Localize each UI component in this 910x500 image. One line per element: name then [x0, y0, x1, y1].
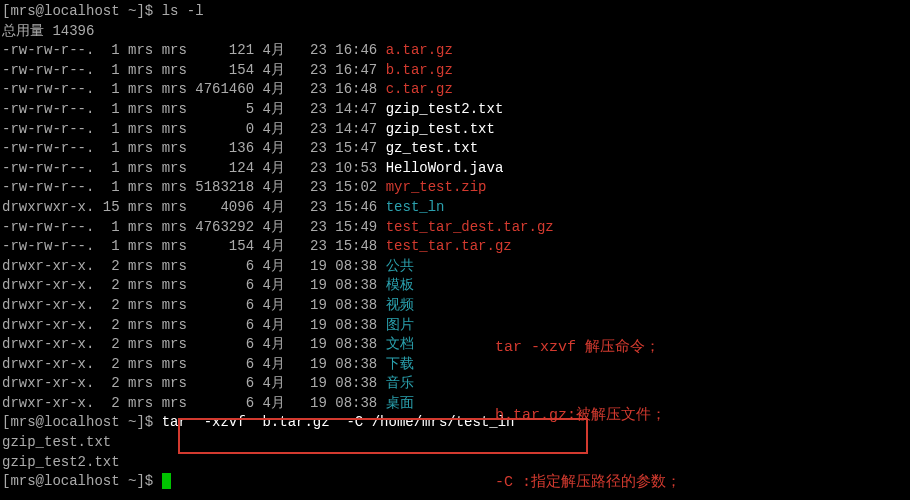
terminal-line: drwxr-xr-x. 2 mrs mrs 6 4月 19 08:38 文档: [2, 335, 908, 355]
file-meta: drwxr-xr-x. 2 mrs mrs 6 4月 19 08:38: [2, 258, 386, 274]
file-meta: -rw-rw-r--. 1 mrs mrs 4761460 4月 23 16:4…: [2, 81, 386, 97]
file-meta: -rw-rw-r--. 1 mrs mrs 154 4月 23 15:48: [2, 238, 386, 254]
file-name: test_ln: [386, 199, 445, 215]
file-meta: drwxr-xr-x. 2 mrs mrs 6 4月 19 08:38: [2, 356, 386, 372]
file-name: a.tar.gz: [386, 42, 453, 58]
annotation-line-1: tar -xzvf 解压命令；: [495, 337, 747, 360]
terminal-line: -rw-rw-r--. 1 mrs mrs 154 4月 23 16:47 b.…: [2, 61, 908, 81]
file-name: 音乐: [386, 375, 414, 391]
terminal-line: [mrs@localhost ~]$: [2, 472, 908, 492]
file-meta: -rw-rw-r--. 1 mrs mrs 154 4月 23 16:47: [2, 62, 386, 78]
file-name: 下载: [386, 356, 414, 372]
terminal-line: gzip_test.txt: [2, 433, 908, 453]
terminal-line: drwxr-xr-x. 2 mrs mrs 6 4月 19 08:38 视频: [2, 296, 908, 316]
file-meta: drwxr-xr-x. 2 mrs mrs 6 4月 19 08:38: [2, 395, 386, 411]
terminal-line: -rw-rw-r--. 1 mrs mrs 4761460 4月 23 16:4…: [2, 80, 908, 100]
tar-command[interactable]: tar -xzvf b.tar.gz -C /home/mrs/test_ln: [162, 414, 515, 430]
file-name: 图片: [386, 317, 414, 333]
terminal-line: drwxrwxr-x. 15 mrs mrs 4096 4月 23 15:46 …: [2, 198, 908, 218]
total-line: 总用量 14396: [2, 23, 94, 39]
file-name: HelloWord.java: [386, 160, 504, 176]
terminal-line: 总用量 14396: [2, 22, 908, 42]
terminal-line: -rw-rw-r--. 1 mrs mrs 5183218 4月 23 15:0…: [2, 178, 908, 198]
file-meta: drwxr-xr-x. 2 mrs mrs 6 4月 19 08:38: [2, 317, 386, 333]
file-meta: -rw-rw-r--. 1 mrs mrs 124 4月 23 10:53: [2, 160, 386, 176]
file-meta: drwxr-xr-x. 2 mrs mrs 6 4月 19 08:38: [2, 277, 386, 293]
file-name: gz_test.txt: [386, 140, 478, 156]
annotation-line-2: b.tar.gz:被解压文件；: [495, 405, 747, 428]
file-meta: -rw-rw-r--. 1 mrs mrs 4763292 4月 23 15:4…: [2, 219, 386, 235]
terminal-line: drwxr-xr-x. 2 mrs mrs 6 4月 19 08:38 下载: [2, 355, 908, 375]
terminal-line: [mrs@localhost ~]$ ls -l: [2, 2, 908, 22]
file-meta: -rw-rw-r--. 1 mrs mrs 0 4月 23 14:47: [2, 121, 386, 137]
file-name: 桌面: [386, 395, 414, 411]
file-meta: -rw-rw-r--. 1 mrs mrs 5183218 4月 23 15:0…: [2, 179, 386, 195]
shell-prompt: [mrs@localhost ~]$: [2, 414, 162, 430]
file-name: b.tar.gz: [386, 62, 453, 78]
terminal-output: [mrs@localhost ~]$ ls -l总用量 14396-rw-rw-…: [2, 2, 908, 492]
shell-prompt: [mrs@localhost ~]$ ls -l: [2, 3, 204, 19]
cursor[interactable]: [162, 473, 171, 489]
file-meta: drwxrwxr-x. 15 mrs mrs 4096 4月 23 15:46: [2, 199, 386, 215]
shell-prompt: [mrs@localhost ~]$: [2, 473, 162, 489]
file-meta: -rw-rw-r--. 1 mrs mrs 5 4月 23 14:47: [2, 101, 386, 117]
file-name: 模板: [386, 277, 414, 293]
terminal-line: -rw-rw-r--. 1 mrs mrs 0 4月 23 14:47 gzip…: [2, 120, 908, 140]
terminal-line: -rw-rw-r--. 1 mrs mrs 121 4月 23 16:46 a.…: [2, 41, 908, 61]
annotation-line-3: -C :指定解压路径的参数；: [495, 472, 747, 495]
terminal-line: drwxr-xr-x. 2 mrs mrs 6 4月 19 08:38 公共: [2, 257, 908, 277]
file-meta: drwxr-xr-x. 2 mrs mrs 6 4月 19 08:38: [2, 336, 386, 352]
terminal-line: drwxr-xr-x. 2 mrs mrs 6 4月 19 08:38 图片: [2, 316, 908, 336]
tar-output: gzip_test2.txt: [2, 454, 120, 470]
file-meta: drwxr-xr-x. 2 mrs mrs 6 4月 19 08:38: [2, 297, 386, 313]
terminal-line: drwxr-xr-x. 2 mrs mrs 6 4月 19 08:38 模板: [2, 276, 908, 296]
terminal-line: -rw-rw-r--. 1 mrs mrs 124 4月 23 10:53 He…: [2, 159, 908, 179]
file-name: 文档: [386, 336, 414, 352]
file-meta: drwxr-xr-x. 2 mrs mrs 6 4月 19 08:38: [2, 375, 386, 391]
terminal-line: -rw-rw-r--. 1 mrs mrs 4763292 4月 23 15:4…: [2, 218, 908, 238]
terminal-line: drwxr-xr-x. 2 mrs mrs 6 4月 19 08:38 音乐: [2, 374, 908, 394]
file-name: myr_test.zip: [386, 179, 487, 195]
terminal-line: gzip_test2.txt: [2, 453, 908, 473]
annotation-text: tar -xzvf 解压命令； b.tar.gz:被解压文件； -C :指定解压…: [495, 292, 747, 500]
file-name: test_tar.tar.gz: [386, 238, 512, 254]
file-meta: -rw-rw-r--. 1 mrs mrs 136 4月 23 15:47: [2, 140, 386, 156]
terminal-line: -rw-rw-r--. 1 mrs mrs 136 4月 23 15:47 gz…: [2, 139, 908, 159]
terminal-line: [mrs@localhost ~]$ tar -xzvf b.tar.gz -C…: [2, 413, 908, 433]
file-meta: -rw-rw-r--. 1 mrs mrs 121 4月 23 16:46: [2, 42, 386, 58]
terminal-line: drwxr-xr-x. 2 mrs mrs 6 4月 19 08:38 桌面: [2, 394, 908, 414]
file-name: 视频: [386, 297, 414, 313]
file-name: gzip_test.txt: [386, 121, 495, 137]
tar-output: gzip_test.txt: [2, 434, 111, 450]
terminal-line: -rw-rw-r--. 1 mrs mrs 5 4月 23 14:47 gzip…: [2, 100, 908, 120]
file-name: c.tar.gz: [386, 81, 453, 97]
file-name: test_tar_dest.tar.gz: [386, 219, 554, 235]
file-name: 公共: [386, 258, 414, 274]
terminal-line: -rw-rw-r--. 1 mrs mrs 154 4月 23 15:48 te…: [2, 237, 908, 257]
file-name: gzip_test2.txt: [386, 101, 504, 117]
